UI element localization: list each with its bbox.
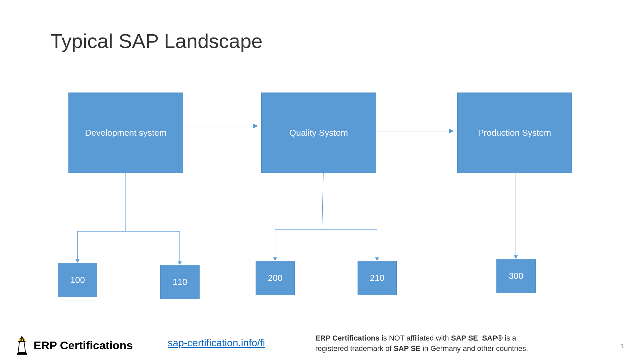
production-system-label: Production System bbox=[478, 128, 551, 138]
slide-title: Typical SAP Landscape bbox=[50, 29, 263, 53]
arrow-qa-client-200 bbox=[273, 257, 277, 261]
client-300-box: 300 bbox=[496, 259, 536, 293]
svg-rect-3 bbox=[23, 339, 24, 341]
disclaimer-part3: in Germany and other countries. bbox=[421, 344, 528, 353]
client-300-label: 300 bbox=[509, 271, 523, 281]
client-210-label: 210 bbox=[370, 273, 384, 283]
client-100-box: 100 bbox=[58, 263, 97, 297]
disclaimer-text: ERP Certifications is NOT affiliated wit… bbox=[315, 333, 550, 354]
quality-system-box: Quality System bbox=[261, 93, 376, 173]
lighthouse-icon bbox=[13, 335, 30, 355]
disclaimer-sap2: SAP® bbox=[482, 334, 502, 342]
svg-rect-1 bbox=[20, 339, 20, 341]
arrow-dev-client-100 bbox=[75, 259, 79, 263]
client-210-box: 210 bbox=[358, 261, 397, 295]
brand-name: ERP Certifications bbox=[34, 339, 133, 352]
development-system-label: Development system bbox=[85, 128, 167, 138]
client-100-label: 100 bbox=[70, 275, 85, 285]
branch-qa-clients bbox=[275, 173, 377, 257]
svg-rect-2 bbox=[21, 339, 22, 341]
disclaimer-sap1: SAP SE bbox=[451, 334, 478, 342]
client-200-label: 200 bbox=[268, 273, 282, 283]
footer-link[interactable]: sap-certification.info/fi bbox=[168, 337, 265, 349]
client-200-box: 200 bbox=[256, 261, 295, 295]
quality-system-label: Quality System bbox=[289, 128, 348, 138]
page-number: 1 bbox=[621, 343, 624, 350]
production-system-box: Production System bbox=[457, 93, 572, 173]
client-110-box: 110 bbox=[160, 265, 200, 299]
disclaimer-sap3: SAP SE bbox=[394, 344, 421, 353]
connectors-layer bbox=[0, 0, 644, 362]
arrow-qa-client-210 bbox=[375, 257, 379, 261]
arrow-dev-client-110 bbox=[178, 261, 182, 265]
disclaimer-dot: . bbox=[478, 334, 482, 342]
svg-rect-5 bbox=[17, 353, 27, 355]
client-110-label: 110 bbox=[173, 277, 187, 287]
brand-logo: ERP Certifications bbox=[13, 335, 133, 355]
disclaimer-brand: ERP Certifications bbox=[315, 334, 380, 342]
disclaimer-part1: is NOT affiliated with bbox=[380, 334, 451, 342]
development-system-box: Development system bbox=[68, 93, 183, 173]
branch-dev-clients bbox=[77, 173, 180, 261]
arrow-prod-client-300 bbox=[514, 255, 518, 259]
